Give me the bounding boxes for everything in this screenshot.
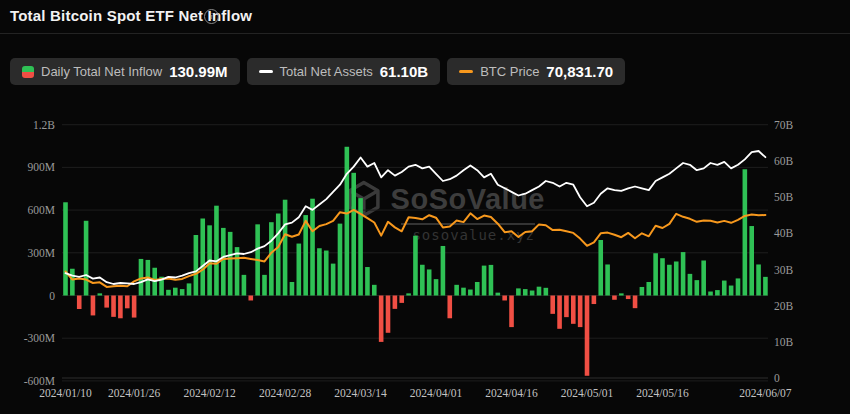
net-inflow-bar[interactable] xyxy=(605,264,610,295)
net-inflow-bar[interactable] xyxy=(454,285,459,296)
net-inflow-bar[interactable] xyxy=(427,269,432,295)
net-inflow-bar[interactable] xyxy=(399,296,404,303)
net-inflow-bar[interactable] xyxy=(194,235,199,295)
net-inflow-bar[interactable] xyxy=(276,214,281,296)
net-inflow-bar[interactable] xyxy=(626,296,631,300)
net-inflow-bar[interactable] xyxy=(674,261,679,295)
net-inflow-bar[interactable] xyxy=(523,289,528,295)
net-inflow-bar[interactable] xyxy=(248,296,253,301)
net-inflow-bar[interactable] xyxy=(516,288,521,295)
net-inflow-bar[interactable] xyxy=(475,282,480,296)
net-inflow-bar[interactable] xyxy=(557,296,562,329)
net-inflow-bar[interactable] xyxy=(338,224,343,296)
net-inflow-bar[interactable] xyxy=(200,218,205,295)
net-inflow-bar[interactable] xyxy=(592,296,597,305)
net-inflow-bar[interactable] xyxy=(420,265,425,296)
net-inflow-bar[interactable] xyxy=(756,264,761,295)
net-inflow-bar[interactable] xyxy=(317,248,322,295)
net-inflow-bar[interactable] xyxy=(550,296,555,314)
combo-chart-canvas[interactable]: 1.2B900M600M300M0-300M-600M70B60B50B40B3… xyxy=(0,0,850,414)
net-inflow-bar[interactable] xyxy=(77,296,82,310)
net-inflow-bar[interactable] xyxy=(681,252,686,295)
net-inflow-bar[interactable] xyxy=(640,287,645,296)
net-inflow-bar[interactable] xyxy=(722,281,727,296)
net-inflow-bar[interactable] xyxy=(283,200,288,296)
net-inflow-bar[interactable] xyxy=(118,296,123,319)
net-inflow-bar[interactable] xyxy=(598,240,603,296)
net-inflow-bar[interactable] xyxy=(701,260,706,295)
net-inflow-bar[interactable] xyxy=(537,287,542,296)
net-inflow-bar[interactable] xyxy=(98,293,103,295)
net-inflow-bar[interactable] xyxy=(84,221,89,296)
net-inflow-bar[interactable] xyxy=(530,291,535,296)
net-inflow-bar[interactable] xyxy=(365,267,370,295)
net-inflow-bar[interactable] xyxy=(187,283,192,295)
net-inflow-bar[interactable] xyxy=(386,296,391,333)
net-inflow-bar[interactable] xyxy=(351,173,356,296)
net-inflow-bar[interactable] xyxy=(763,277,768,296)
net-inflow-bar[interactable] xyxy=(242,275,247,296)
net-inflow-bar[interactable] xyxy=(729,286,734,296)
net-inflow-bar[interactable] xyxy=(743,169,748,295)
net-inflow-bar[interactable] xyxy=(695,280,700,295)
net-inflow-bar[interactable] xyxy=(125,296,130,309)
net-inflow-bar[interactable] xyxy=(447,296,452,319)
net-inflow-bar[interactable] xyxy=(653,253,658,295)
net-inflow-bar[interactable] xyxy=(578,296,583,328)
x-axis-tick: 2024/06/07 xyxy=(739,387,792,399)
right-axis-tick: 10B xyxy=(774,336,794,348)
net-inflow-bar[interactable] xyxy=(393,296,398,309)
net-inflow-bar[interactable] xyxy=(297,244,302,296)
net-inflow-bar[interactable] xyxy=(571,296,576,324)
net-inflow-bar[interactable] xyxy=(290,282,295,296)
net-inflow-bar[interactable] xyxy=(221,228,226,296)
net-inflow-bar[interactable] xyxy=(228,232,233,296)
net-inflow-bar[interactable] xyxy=(736,278,741,295)
net-inflow-bar[interactable] xyxy=(688,274,693,296)
net-inflow-bar[interactable] xyxy=(509,296,514,328)
net-inflow-bar[interactable] xyxy=(310,199,315,296)
net-inflow-bar[interactable] xyxy=(372,285,377,296)
net-inflow-bar[interactable] xyxy=(91,296,96,316)
net-inflow-bar[interactable] xyxy=(166,290,171,296)
net-inflow-bar[interactable] xyxy=(468,290,473,296)
left-axis-tick: -300M xyxy=(24,332,55,344)
net-inflow-bar[interactable] xyxy=(303,215,308,295)
net-inflow-bar[interactable] xyxy=(708,292,713,296)
net-inflow-bar[interactable] xyxy=(132,296,137,318)
net-inflow-bar[interactable] xyxy=(345,147,350,296)
net-inflow-bar[interactable] xyxy=(413,236,418,296)
net-inflow-bar[interactable] xyxy=(633,296,638,309)
net-inflow-bar[interactable] xyxy=(612,296,617,300)
net-inflow-bar[interactable] xyxy=(111,296,116,317)
net-inflow-bar[interactable] xyxy=(331,264,336,296)
net-inflow-bar[interactable] xyxy=(262,275,267,296)
net-inflow-bar[interactable] xyxy=(104,296,109,308)
net-inflow-bar[interactable] xyxy=(646,282,651,296)
net-inflow-bar[interactable] xyxy=(461,288,466,296)
net-inflow-bar[interactable] xyxy=(63,202,68,295)
net-inflow-bar[interactable] xyxy=(564,296,569,318)
net-inflow-bar[interactable] xyxy=(667,265,672,296)
net-inflow-bar[interactable] xyxy=(482,266,487,296)
net-inflow-bar[interactable] xyxy=(585,296,590,376)
net-inflow-bar[interactable] xyxy=(434,279,439,295)
net-inflow-bar[interactable] xyxy=(660,258,665,295)
net-inflow-bar[interactable] xyxy=(489,265,494,296)
net-inflow-bar[interactable] xyxy=(496,293,501,296)
net-inflow-bar[interactable] xyxy=(502,296,507,301)
net-inflow-bar[interactable] xyxy=(269,222,274,295)
net-inflow-bar[interactable] xyxy=(324,251,329,296)
net-inflow-bar[interactable] xyxy=(715,290,720,295)
net-inflow-bar[interactable] xyxy=(544,288,549,296)
net-inflow-bar[interactable] xyxy=(749,226,754,295)
net-inflow-bar[interactable] xyxy=(180,289,185,295)
net-inflow-bar[interactable] xyxy=(379,296,384,342)
net-inflow-bar[interactable] xyxy=(441,246,446,296)
right-axis-tick: 30B xyxy=(774,264,794,276)
net-inflow-bar[interactable] xyxy=(173,288,178,296)
net-inflow-bar[interactable] xyxy=(70,269,75,296)
net-inflow-bar[interactable] xyxy=(406,293,411,295)
net-inflow-bar[interactable] xyxy=(619,293,624,295)
net-inflow-bar[interactable] xyxy=(214,206,219,296)
